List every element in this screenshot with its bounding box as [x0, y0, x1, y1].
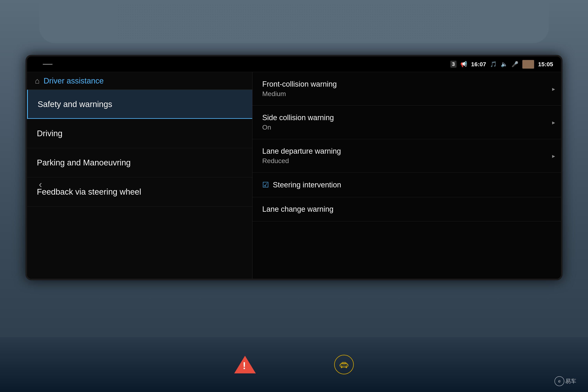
lane-departure-title: Lane departure warning	[262, 147, 551, 156]
watermark: e 易车	[554, 376, 576, 386]
active-indicator	[28, 118, 252, 119]
side-collision-arrow: ▸	[552, 119, 555, 126]
status-bar: 3 📢 16:07 🎵 🔈 🎤 15:05	[27, 56, 561, 72]
checkbox-icon-steering: ☑	[262, 180, 269, 189]
bottom-bar	[0, 337, 588, 392]
menu-item-label-feedback: Feedback via steering wheel	[37, 187, 141, 196]
front-collision-arrow: ▸	[552, 86, 555, 92]
settings-item-side-collision[interactable]: Side collision warning On ▸	[252, 106, 561, 139]
mic-icon: 🎤	[512, 61, 518, 68]
volume-icon: 🔈	[501, 61, 508, 68]
breadcrumb-bar: ⌂ Driver assistance	[27, 72, 252, 90]
front-collision-title: Front-collision warning	[262, 80, 551, 88]
infotainment-screen: 3 📢 16:07 🎵 🔈 🎤 15:05 ⌂ Driver assistanc…	[26, 55, 562, 280]
side-collision-title: Side collision warning	[262, 114, 551, 122]
menu-item-label-driving: Driving	[37, 129, 62, 138]
right-panel: Front-collision warning Medium ▸ Side co…	[252, 72, 561, 279]
car-svg	[338, 359, 350, 370]
settings-item-steering-intervention[interactable]: ☑ Steering intervention	[252, 173, 561, 197]
settings-list: Front-collision warning Medium ▸ Side co…	[252, 72, 561, 279]
menu-item-parking[interactable]: Parking and Manoeuvring	[27, 148, 252, 178]
main-content: ⌂ Driver assistance ‹ Safety and warning…	[27, 72, 561, 279]
settings-item-front-collision[interactable]: Front-collision warning Medium ▸	[252, 72, 561, 106]
thumbnail-image	[522, 60, 534, 68]
menu-item-safety[interactable]: Safety and warnings	[27, 90, 252, 119]
lane-change-label: Lane change warning	[262, 205, 334, 213]
status-divider	[43, 64, 52, 65]
speaker-grille	[39, 0, 549, 43]
steering-intervention-label: Steering intervention	[273, 181, 341, 189]
clock-1: 16:07	[471, 61, 486, 68]
left-panel-inner: ‹ Safety and warnings Driving Parking an…	[27, 90, 252, 279]
lane-departure-arrow: ▸	[552, 152, 555, 159]
back-arrow[interactable]: ‹	[39, 178, 42, 190]
left-panel: ⌂ Driver assistance ‹ Safety and warning…	[27, 72, 252, 279]
menu-item-label-safety: Safety and warnings	[38, 100, 112, 109]
media-icon: 🎵	[490, 61, 497, 68]
watermark-circle: e	[554, 376, 564, 386]
notification-icon: 📢	[460, 61, 467, 68]
channel-badge: 3	[450, 61, 456, 68]
home-icon[interactable]: ⌂	[35, 76, 40, 85]
menu-item-driving[interactable]: Driving	[27, 119, 252, 148]
car-button[interactable]	[334, 355, 354, 374]
speaker-dots	[118, 4, 470, 39]
svg-point-2	[341, 366, 342, 368]
front-collision-value: Medium	[262, 90, 551, 98]
clock-2: 15:05	[538, 61, 553, 68]
hazard-icon	[234, 356, 256, 374]
side-collision-value: On	[262, 124, 551, 131]
settings-item-lane-departure[interactable]: Lane departure warning Reduced ▸	[252, 139, 561, 173]
lane-departure-value: Reduced	[262, 157, 551, 165]
menu-list: Safety and warnings Driving Parking and …	[27, 90, 252, 279]
menu-item-feedback[interactable]: Feedback via steering wheel	[27, 178, 252, 206]
menu-item-label-parking: Parking and Manoeuvring	[37, 158, 131, 168]
car-icon	[334, 355, 354, 374]
svg-point-3	[346, 366, 347, 368]
screen-content: 3 📢 16:07 🎵 🔈 🎤 15:05 ⌂ Driver assistanc…	[27, 56, 561, 279]
settings-item-lane-change[interactable]: Lane change warning	[252, 197, 561, 222]
hazard-button[interactable]	[234, 356, 256, 374]
watermark-text: 易车	[565, 378, 576, 385]
breadcrumb-title: Driver assistance	[44, 76, 104, 85]
